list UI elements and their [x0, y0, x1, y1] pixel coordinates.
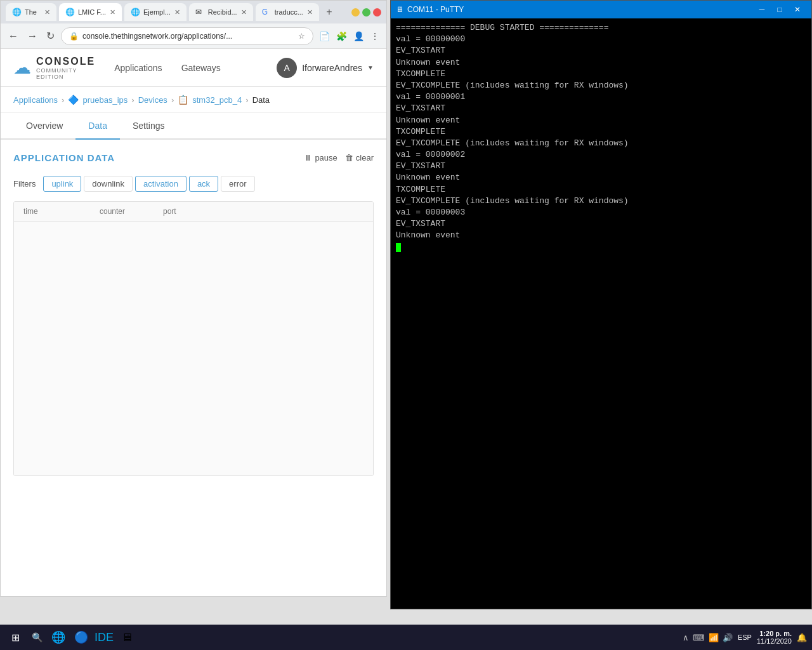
- profile-icon[interactable]: 👤: [351, 29, 366, 43]
- breadcrumb: Applications › 🔷 pruebas_ips › Devices ›…: [1, 87, 386, 113]
- tab-favicon-3: 🌐: [131, 8, 140, 17]
- breadcrumb-current: Data: [252, 95, 270, 105]
- back-button[interactable]: ←: [6, 28, 21, 44]
- putty-line: EV_TXSTART: [396, 103, 806, 114]
- ttn-logo: ☁ CONSOLE COMMUNITYEDITION: [13, 56, 95, 80]
- tab-settings[interactable]: Settings: [120, 113, 178, 140]
- putty-line: Unknown event: [396, 230, 806, 241]
- browser-window-controls: [351, 8, 381, 17]
- breadcrumb-devices[interactable]: Devices: [138, 95, 167, 105]
- putty-line: val = 00000002: [396, 149, 806, 161]
- tab-3[interactable]: 🌐 Ejempl... ✕: [124, 3, 187, 21]
- putty-line: Unknown event: [396, 172, 806, 183]
- tab-close-4[interactable]: ✕: [241, 8, 247, 17]
- tab-2[interactable]: 🌐 LMIC F... ✕: [59, 3, 122, 21]
- tab-close-2[interactable]: ✕: [110, 8, 115, 17]
- tray-up-icon[interactable]: ∧: [683, 633, 689, 642]
- breadcrumb-sep-2: ›: [131, 95, 134, 105]
- taskbar-edge[interactable]: 🌐: [48, 627, 69, 647]
- extensions-icon[interactable]: 🧩: [334, 29, 349, 43]
- filter-error[interactable]: error: [221, 176, 254, 192]
- tab-4[interactable]: ✉ Recibid... ✕: [189, 3, 253, 21]
- putty-icon: 🖥: [396, 5, 403, 14]
- tab-5[interactable]: G traducc... ✕: [256, 3, 319, 21]
- search-button[interactable]: 🔍: [28, 628, 46, 646]
- tab-label-1: The: [25, 8, 37, 16]
- device-icon: 📋: [178, 95, 188, 105]
- filters-row: Filters uplink downlink activation ack e…: [13, 176, 374, 192]
- tab-close-5[interactable]: ✕: [307, 8, 313, 17]
- tab-label-2: LMIC F...: [78, 8, 106, 16]
- data-table: time counter port: [13, 201, 374, 476]
- menu-icon[interactable]: ⋮: [369, 29, 381, 43]
- putty-taskbar-icon: 🖥: [121, 631, 133, 644]
- pdf-icon[interactable]: 📄: [317, 29, 332, 43]
- filter-uplink[interactable]: uplink: [43, 176, 81, 192]
- breadcrumb-applications[interactable]: Applications: [13, 95, 58, 105]
- start-button[interactable]: ⊞: [5, 627, 25, 647]
- browser-maximize-button[interactable]: [362, 8, 370, 17]
- putty-line: val = 00000000: [396, 34, 806, 45]
- forward-button[interactable]: →: [25, 28, 40, 44]
- filter-downlink[interactable]: downlink: [84, 176, 133, 192]
- putty-close-button[interactable]: ✕: [789, 1, 806, 18]
- new-tab-button[interactable]: +: [322, 4, 337, 20]
- address-bar-icons: ☆: [298, 32, 305, 41]
- tab-label-4: Recibid...: [208, 8, 237, 16]
- ttn-header: ☁ CONSOLE COMMUNITYEDITION Applications …: [1, 49, 386, 87]
- pause-icon: ⏸: [304, 153, 312, 162]
- putty-minimize-button[interactable]: ─: [753, 1, 771, 18]
- refresh-button[interactable]: ↻: [44, 27, 57, 44]
- clear-button[interactable]: 🗑 clear: [345, 153, 374, 162]
- tab-close-1[interactable]: ✕: [44, 8, 50, 17]
- tray-network-icon[interactable]: 📶: [709, 633, 719, 642]
- tab-favicon-2: 🌐: [65, 8, 74, 17]
- ttn-nav: Applications Gateways: [114, 63, 277, 73]
- tab-overview[interactable]: Overview: [13, 113, 75, 140]
- browser-close-button[interactable]: [373, 8, 381, 17]
- notification-icon[interactable]: 🔔: [797, 633, 807, 642]
- putty-content[interactable]: ============== DEBUG STARTED ===========…: [391, 18, 811, 609]
- taskbar-putty[interactable]: 🖥: [117, 627, 137, 647]
- tray-volume-icon[interactable]: 🔊: [723, 633, 733, 642]
- breadcrumb-sep-1: ›: [62, 95, 64, 105]
- tab-data[interactable]: Data: [75, 113, 120, 140]
- app-data-header: APPLICATION DATA ⏸ pause 🗑 clear: [13, 152, 374, 163]
- tab-close-3[interactable]: ✕: [174, 8, 180, 17]
- filter-activation[interactable]: activation: [135, 176, 187, 192]
- browser-minimize-button[interactable]: [351, 8, 360, 17]
- putty-maximize-button[interactable]: □: [771, 1, 789, 18]
- breadcrumb-app-name[interactable]: pruebas_ips: [82, 95, 128, 105]
- filter-ack[interactable]: ack: [189, 176, 218, 192]
- taskbar-language: ESP: [738, 633, 752, 641]
- bookmark-icon[interactable]: ☆: [298, 32, 305, 41]
- address-bar[interactable]: 🔒 console.thethingsnetwork.org/applicati…: [61, 27, 313, 45]
- putty-line: EV_TXCOMPLETE (includes waiting for RX w…: [396, 80, 806, 91]
- tab-favicon-1: 🌐: [12, 8, 21, 17]
- ttn-user[interactable]: A IforwareAndres ▼: [277, 58, 374, 78]
- clock-date: 11/12/2020: [757, 637, 792, 645]
- breadcrumb-sep-4: ›: [246, 95, 248, 105]
- user-avatar: A: [277, 58, 297, 78]
- browser-navbar: ← → ↻ 🔒 console.thethingsnetwork.org/app…: [1, 23, 386, 49]
- col-header-counter: counter: [100, 207, 163, 216]
- trash-icon: 🗑: [345, 153, 353, 162]
- tab-favicon-4: ✉: [195, 8, 204, 17]
- nav-applications[interactable]: Applications: [114, 63, 162, 73]
- putty-line: EV_TXCOMPLETE (includes waiting for RX w…: [396, 138, 806, 149]
- ttn-brand-name: CONSOLE: [36, 56, 95, 67]
- taskbar-ide[interactable]: IDE: [94, 627, 114, 647]
- clear-label: clear: [356, 153, 374, 162]
- sub-nav: Overview Data Settings: [1, 113, 386, 140]
- putty-line: TXCOMPLETE: [396, 184, 806, 196]
- putty-line: val = 00000001: [396, 91, 806, 103]
- taskbar-cortana[interactable]: 🔵: [71, 627, 91, 647]
- user-chevron-icon: ▼: [367, 64, 374, 71]
- pause-button[interactable]: ⏸ pause: [304, 153, 337, 162]
- breadcrumb-device-name[interactable]: stm32_pcb_4: [192, 95, 242, 105]
- taskbar-clock: 1:20 p. m. 11/12/2020: [757, 630, 792, 645]
- nav-gateways[interactable]: Gateways: [181, 63, 221, 73]
- pause-label: pause: [315, 153, 337, 162]
- tray-keyboard-icon[interactable]: ⌨: [693, 633, 705, 642]
- tab-1[interactable]: 🌐 The ✕: [6, 3, 56, 21]
